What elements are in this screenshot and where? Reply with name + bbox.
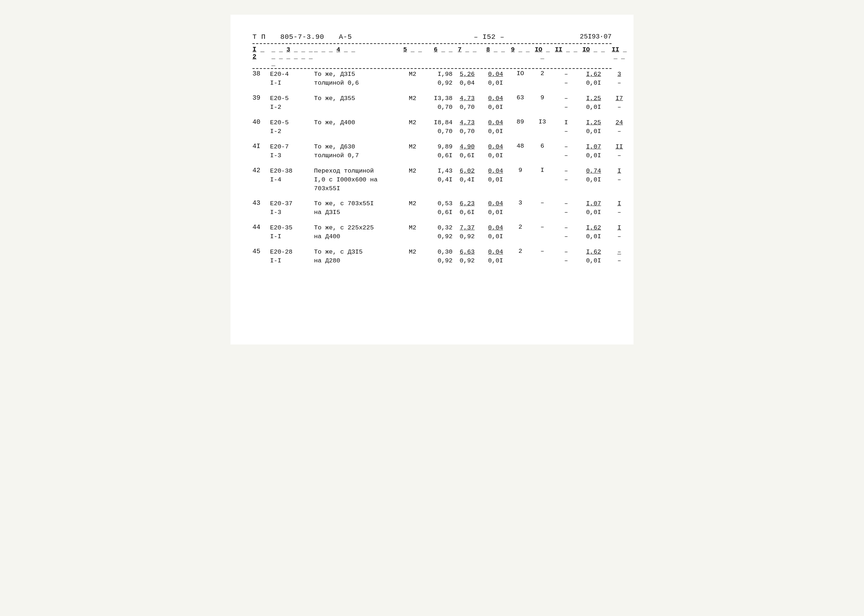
- row-num: 43: [253, 200, 270, 207]
- row-c9: – –: [553, 248, 579, 265]
- row-c11: I –: [608, 223, 630, 241]
- row-desc: То же, ДЗI5толщиной 0,6: [314, 70, 402, 88]
- row-desc: То же, Д630толщиной 0,7: [314, 143, 402, 160]
- table-row: 44 E20-35 I-I То же, с 225х225на Д400 М2…: [253, 223, 611, 241]
- row-c8: –: [531, 248, 553, 255]
- row-desc: То же, с 703х55Iна ДЗI5: [314, 200, 402, 217]
- row-qty: I,43 0,4I: [423, 167, 452, 184]
- row-num: 39: [253, 94, 270, 102]
- header-section: Т П 805-7-3.90 А-5 – I52 – 25I93·07: [253, 33, 611, 41]
- row-c10: I,07 0,0I: [579, 200, 608, 217]
- header-code: 805-7-3.90: [280, 33, 324, 41]
- row-c11: I –: [608, 200, 630, 217]
- table-row: 45 E20-28 I-I То же, с ДЗI5на Д280 М2 0,…: [253, 248, 611, 265]
- row-c5: 6,02 0,4I: [452, 167, 482, 184]
- row-c7: 48: [509, 143, 531, 149]
- row-c10: I,07 0,0I: [579, 143, 608, 160]
- row-c7: 9: [509, 167, 531, 174]
- row-unit: М2: [402, 70, 423, 78]
- row-code: E20-37 I-3: [270, 200, 314, 217]
- doc-num: 25I93·07: [580, 33, 611, 40]
- row-c10: 0,74 0,0I: [579, 167, 608, 184]
- header-row: Т П 805-7-3.90 А-5 – I52 –: [253, 33, 611, 41]
- row-c5: 4,73 0,70: [452, 118, 482, 136]
- row-c8: 9: [531, 94, 553, 101]
- row-c10: I,62 0,0I: [579, 248, 608, 265]
- row-c7: 63: [509, 94, 531, 101]
- table-area: 38 E20-4 I-I То же, ДЗI5толщиной 0,6 М2 …: [253, 70, 611, 265]
- row-c6: 0,04 0,0I: [482, 70, 509, 88]
- row-c5: 6,23 0,6I: [452, 200, 482, 217]
- col-h3: _ _ 3 _ _ _ _ _ _ _ _ _ _: [270, 46, 314, 67]
- row-c11: I –: [608, 167, 630, 184]
- row-c6: 0,04 0,0I: [482, 143, 509, 160]
- col-header-row: I _ 2 _ _ 3 _ _ _ _ _ _ _ _ _ _ _ _ _ 4 …: [253, 46, 611, 67]
- row-num: 40: [253, 118, 270, 126]
- row-c7: 89: [509, 118, 531, 125]
- row-c9: – –: [553, 94, 579, 112]
- row-c7: 3: [509, 200, 531, 206]
- row-qty: I,98 0,92: [423, 70, 452, 88]
- top-dashed-line: [253, 43, 611, 44]
- row-code: E20-35 I-I: [270, 223, 314, 241]
- row-c11: I7 –: [608, 94, 630, 112]
- row-c9: – –: [553, 223, 579, 241]
- row-unit: М2: [402, 94, 423, 102]
- row-c8: I: [531, 167, 553, 174]
- col-h10b: IO _ _: [579, 46, 608, 53]
- row-num: 4I: [253, 143, 270, 150]
- row-num: 38: [253, 70, 270, 77]
- row-code: E20-38 I-4: [270, 167, 314, 184]
- row-desc: То же, с ДЗI5на Д280: [314, 248, 402, 265]
- row-c8: –: [531, 200, 553, 206]
- table-row: 4I E20-7 I-3 То же, Д630толщиной 0,7 М2 …: [253, 143, 611, 160]
- row-c9: – –: [553, 70, 579, 88]
- table-row: 39 E20-5 I-2 То же, Д355 М2 I3,38 0,70 4…: [253, 94, 611, 112]
- row-num: 42: [253, 167, 270, 174]
- header-separator: [253, 68, 611, 69]
- col-h11b: II _ _ _: [608, 46, 630, 60]
- table-row: 43 E20-37 I-3 То же, с 703х55Iна ДЗI5 М2…: [253, 200, 611, 217]
- row-qty: I3,38 0,70: [423, 94, 452, 112]
- col-h6: 6 _ _: [423, 46, 452, 53]
- row-c11: 24 –: [608, 118, 630, 136]
- page: Т П 805-7-3.90 А-5 – I52 – 25I93·07 I _ …: [231, 15, 633, 344]
- row-c10: I,25 0,0I: [579, 118, 608, 136]
- col-h10: IO _ _: [531, 46, 553, 60]
- row-unit: М2: [402, 248, 423, 255]
- row-c9: – –: [553, 200, 579, 217]
- col-h11: II _ _: [553, 46, 579, 53]
- row-c7: 2: [509, 248, 531, 255]
- table-row: 38 E20-4 I-I То же, ДЗI5толщиной 0,6 М2 …: [253, 70, 611, 88]
- row-unit: М2: [402, 167, 423, 174]
- row-c8: I3: [531, 118, 553, 125]
- row-c8: 6: [531, 143, 553, 149]
- table-row: 40 E20-5 I-2 То же, Д400 М2 I8,84 0,70 4…: [253, 118, 611, 136]
- row-unit: М2: [402, 223, 423, 231]
- row-num: 45: [253, 248, 270, 255]
- row-c5: 4,90 0,6I: [452, 143, 482, 160]
- row-c10: I,25 0,0I: [579, 94, 608, 112]
- row-c6: 0,04 0,0I: [482, 167, 509, 184]
- row-num: 44: [253, 223, 270, 231]
- row-c10: I,62 0,0I: [579, 70, 608, 88]
- row-qty: 9,89 0,6I: [423, 143, 452, 160]
- row-c9: – –: [553, 143, 579, 160]
- row-c6: 0,04 0,0I: [482, 118, 509, 136]
- row-unit: М2: [402, 143, 423, 150]
- row-code: E20-28 I-I: [270, 248, 314, 265]
- header-type: Т П: [253, 33, 265, 41]
- col-h1: I _ 2: [253, 46, 270, 60]
- col-h5: 5 _ _: [402, 46, 423, 53]
- col-h9: 9 _ _: [509, 46, 531, 53]
- row-c5: 4,73 0,70: [452, 94, 482, 112]
- row-desc: То же, Д355: [314, 94, 402, 103]
- table-row: 42 E20-38 I-4 Переход толщинойI,0 с I000…: [253, 167, 611, 193]
- col-h4-spacer: _ _ _ 4 _ _: [314, 46, 402, 54]
- row-c6: 0,04 0,0I: [482, 94, 509, 112]
- row-unit: М2: [402, 118, 423, 126]
- row-qty: 0,53 0,6I: [423, 200, 452, 217]
- row-c8: –: [531, 223, 553, 231]
- row-c6: 0,04 0,0I: [482, 223, 509, 241]
- row-qty: 0,32 0,92: [423, 223, 452, 241]
